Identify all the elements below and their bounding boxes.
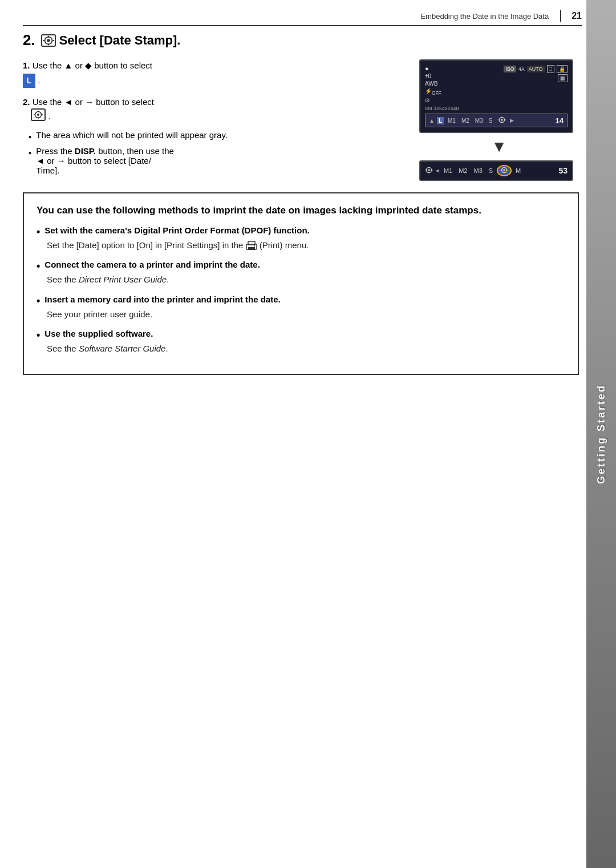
svg-rect-31 <box>248 247 255 250</box>
svg-point-13 <box>501 119 504 121</box>
svg-point-7 <box>37 114 39 116</box>
substep2: 2. Use the ◄ or → button to select . <box>23 96 408 123</box>
info-section3: • Insert a memory card into the printer … <box>37 294 565 321</box>
svg-point-19 <box>428 169 430 171</box>
info-section4: • Use the supplied software. See the Sof… <box>37 329 565 356</box>
step-heading-text: Select [Date Stamp]. <box>59 33 181 48</box>
camera-screen-top: ● ±0 AWB ⚡OFF ⊙ ISO 4A AUTO □ 🔒 <box>419 59 573 133</box>
page-header: Embedding the Date in the Image Data 21 <box>23 10 582 26</box>
info-section4-body: See the Software Starter Guide. <box>37 342 565 356</box>
info-box: You can use the following methods to imp… <box>23 192 579 375</box>
cam-left-icons: ● ±0 AWB ⚡OFF ⊙ <box>425 65 441 103</box>
cam-L-selected: L <box>437 117 444 124</box>
info-section1-body: Set the [Date] option to [On] in [Print … <box>37 239 565 252</box>
info-section1: • Set with the camera's Digital Print Or… <box>37 225 565 252</box>
info-section2-body: See the Direct Print User Guide. <box>37 273 565 286</box>
cam-right-icons: ISO 4A AUTO □ 🔒 ▦ <box>504 65 568 103</box>
info-section2: • Connect the camera to a printer and im… <box>37 260 565 286</box>
print-icon <box>246 240 260 250</box>
cam-top-icons: ● ±0 AWB ⚡OFF ⊙ ISO 4A AUTO □ 🔒 <box>425 65 568 103</box>
page-number: 21 <box>572 11 582 21</box>
main-content: 2. Select [Date Stamp]. 1. Use the ▲ or … <box>23 31 579 386</box>
substep1: 1. Use the ▲ or ◆ button to select L . <box>23 59 408 89</box>
camera-screens: ● ±0 AWB ⚡OFF ⊙ ISO 4A AUTO □ 🔒 <box>419 59 579 181</box>
cam-number-top: 14 <box>556 116 564 125</box>
step-number: 2. <box>23 31 35 49</box>
step-columns: 1. Use the ▲ or ◆ button to select L . 2… <box>23 59 579 181</box>
sidebar-label: Getting Started <box>595 384 607 484</box>
cam-resolution: 8M 3264x2448 <box>425 106 568 111</box>
date-icon-small <box>31 108 46 121</box>
cam-bottom-selected <box>497 165 512 176</box>
svg-point-1 <box>47 39 50 42</box>
info-box-title: You can use the following methods to imp… <box>37 204 565 217</box>
cam-menu-row: ▲ L M1 M2 M3 S <box>425 114 568 127</box>
highlight-L: L <box>23 74 35 88</box>
camera-screen-bottom: ◄ M1 M2 M3 S <box>419 160 573 181</box>
bullet2: • Press the DISP. button, then use the ◄… <box>23 146 408 175</box>
right-sidebar: Getting Started <box>586 0 616 868</box>
info-section3-body: See your printer user guide. <box>37 308 565 321</box>
down-arrow: ▼ <box>419 138 579 156</box>
date-stamp-icon <box>41 34 56 47</box>
cam-bottom-menu: ◄ M1 M2 M3 S <box>425 165 568 176</box>
header-title: Embedding the Date in the Image Data <box>420 12 549 21</box>
bullet1: • The area which will not be printed wil… <box>23 130 408 142</box>
svg-point-25 <box>503 169 505 171</box>
svg-point-33 <box>254 245 255 247</box>
step2-heading: 2. Select [Date Stamp]. <box>23 31 579 49</box>
cam-number-bottom: 53 <box>558 166 568 175</box>
header-divider <box>560 10 561 22</box>
step-left-col: 1. Use the ▲ or ◆ button to select L . 2… <box>23 59 408 181</box>
